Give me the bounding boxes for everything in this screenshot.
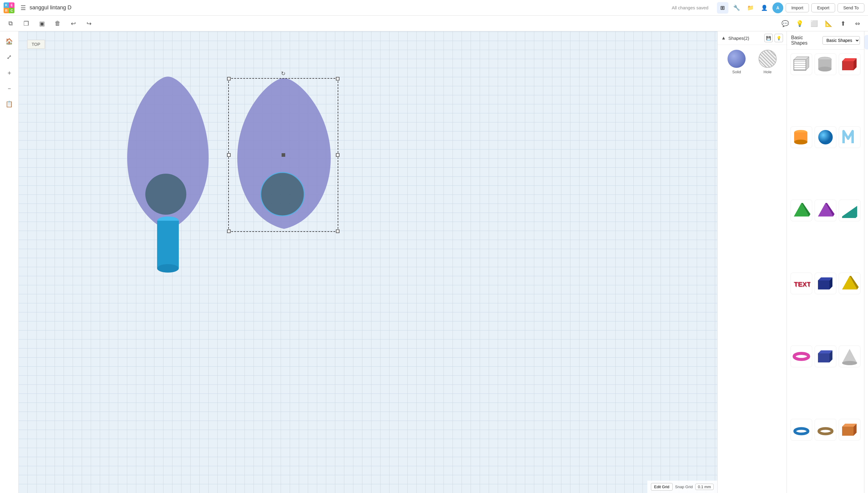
logo-k: K <box>4 2 9 8</box>
solid-hole-row: Solid Hole <box>718 45 787 77</box>
logo-r: R <box>4 8 9 13</box>
props-header: ▲ Shapes(2) 💾 💡 <box>718 31 787 45</box>
shape-box-red[interactable] <box>839 53 861 75</box>
avatar[interactable]: A <box>773 2 783 13</box>
delete-button[interactable]: 🗑 <box>52 18 63 29</box>
main-layout: 🏠 ⤢ ＋ － 📋 TOP ↻ <box>0 31 868 493</box>
undo-button[interactable]: ↩ <box>67 18 79 29</box>
toolbar-right: 💬 💡 ⬜ 📐 ⬆ ⇔ <box>779 18 863 29</box>
handle-mid-left[interactable] <box>227 153 231 157</box>
handle-bottom-right[interactable] <box>336 230 340 233</box>
copy-button[interactable]: ⧉ <box>5 18 16 29</box>
comment-button[interactable]: 💬 <box>779 18 791 29</box>
right-icons: ⊞ 📐 📝 <box>864 31 868 493</box>
toolbar: ⧉ ❒ ▣ 🗑 ↩ ↪ 💬 💡 ⬜ 📐 ⬆ ⇔ <box>0 16 868 31</box>
ruler-panel-button[interactable]: 📐 <box>864 51 868 66</box>
shape-box-striped[interactable] <box>790 53 812 75</box>
shapes-panel-title: Basic Shapes <box>791 35 820 46</box>
logo: K E R C <box>4 2 15 13</box>
handle-top-right[interactable] <box>336 77 340 81</box>
zoom-in-button[interactable]: ＋ <box>3 66 16 79</box>
svg-point-43 <box>819 428 832 434</box>
zoom-out-button[interactable]: － <box>3 82 16 95</box>
props-save-button[interactable]: 💾 <box>764 34 773 42</box>
left-panel: 🏠 ⤢ ＋ － 📋 <box>0 31 19 493</box>
shape-pyramid-purple[interactable] <box>815 200 836 221</box>
shape-n[interactable] <box>839 126 861 148</box>
redo-button[interactable]: ↪ <box>83 18 95 29</box>
shape-text-3d[interactable]: TEXT TEXT <box>790 273 812 294</box>
handle-mid-right[interactable] <box>336 153 340 157</box>
send-to-button[interactable]: Send To <box>838 3 864 13</box>
add-user-button[interactable]: 👤 <box>759 2 770 14</box>
fit-screen-button[interactable]: ⤢ <box>3 51 16 63</box>
note-panel-button[interactable]: 📝 <box>864 67 868 82</box>
svg-rect-37 <box>818 353 829 362</box>
properties-panel: ▲ Shapes(2) 💾 💡 Solid Hole <box>717 31 787 493</box>
shape-torus-blue[interactable] <box>790 419 812 441</box>
shapes-panel-header: Basic Shapes Basic Shapes <box>787 31 864 50</box>
group-button[interactable]: ▣ <box>36 18 48 29</box>
ruler-button[interactable]: 📐 <box>823 18 834 29</box>
svg-point-22 <box>818 130 833 145</box>
shape-box-navy[interactable] <box>815 273 836 294</box>
home-button[interactable]: 🏠 <box>3 35 16 48</box>
svg-point-21 <box>794 140 807 145</box>
svg-point-4 <box>157 264 179 273</box>
tools-button[interactable]: 🔧 <box>731 2 742 14</box>
props-light-button[interactable]: 💡 <box>775 34 783 42</box>
shape-pyramid-green[interactable] <box>790 200 812 221</box>
svg-point-41 <box>842 361 857 365</box>
shapes-panel: Basic Shapes Basic Shapes <box>787 31 868 493</box>
shape-pyramid-yellow[interactable] <box>839 273 861 294</box>
shape-wedge-teal[interactable] <box>839 200 861 221</box>
snap-grid-value[interactable]: 0.1 mm <box>695 484 714 490</box>
save-status: All changes saved <box>672 5 709 10</box>
handle-bottom-left[interactable] <box>227 230 231 233</box>
measure-button[interactable]: ⇔ <box>852 18 863 29</box>
shape-box-blue[interactable] <box>815 346 836 367</box>
shape-cylinder-grey[interactable] <box>815 53 836 75</box>
svg-marker-40 <box>842 349 857 363</box>
props-icons: 💾 💡 <box>764 34 783 42</box>
svg-point-36 <box>794 353 809 359</box>
props-collapse-button[interactable]: ▲ <box>721 35 726 41</box>
lightbulb-button[interactable]: 💡 <box>794 18 805 29</box>
svg-point-42 <box>795 428 808 434</box>
svg-rect-31 <box>818 280 829 290</box>
edit-grid-button[interactable]: Edit Grid <box>651 483 673 491</box>
solid-label: Solid <box>732 70 741 74</box>
shape-left[interactable] <box>121 73 215 236</box>
shapes-panel-dropdown[interactable]: Basic Shapes <box>823 36 860 45</box>
shape-button[interactable]: ⬜ <box>808 18 820 29</box>
cursor-position <box>224 212 228 216</box>
topbar-right: ⊞ 🔧 📁 👤 A Import Export Send To <box>717 2 864 14</box>
shape-sphere-blue[interactable] <box>815 126 836 148</box>
layers-button[interactable]: 📋 <box>3 98 16 110</box>
grid-view-button[interactable]: ⊞ <box>717 2 729 14</box>
solid-option[interactable]: Solid <box>728 50 745 74</box>
props-title: Shapes(2) <box>729 36 762 41</box>
canvas-area[interactable]: TOP ↻ <box>19 31 717 493</box>
shape-right[interactable] <box>233 75 335 235</box>
hole-option[interactable]: Hole <box>759 50 777 74</box>
topbar: K E R C ☰ sanggul lintang D All changes … <box>0 0 868 16</box>
shape-torus-pink[interactable] <box>790 346 812 367</box>
export-icon-button[interactable]: ⬆ <box>837 18 849 29</box>
hole-sphere <box>759 50 777 68</box>
snap-grid-label: Snap Grid <box>675 485 693 489</box>
shape-cylinder-orange[interactable] <box>790 126 812 148</box>
import-button[interactable]: Import <box>786 3 809 13</box>
shape-cylinder[interactable] <box>156 215 180 276</box>
shape-extra[interactable] <box>839 419 861 441</box>
logo-e: E <box>9 2 15 8</box>
duplicate-button[interactable]: ❒ <box>21 18 32 29</box>
shape-cone-grey[interactable] <box>839 346 861 367</box>
handle-top-left[interactable] <box>227 77 231 81</box>
grid-panel-button[interactable]: ⊞ <box>864 35 868 49</box>
export-button[interactable]: Export <box>811 3 835 13</box>
view-label: TOP <box>27 40 45 49</box>
svg-rect-3 <box>157 221 179 269</box>
shape-torus-brown[interactable] <box>815 419 836 441</box>
folder-button[interactable]: 📁 <box>745 2 756 14</box>
